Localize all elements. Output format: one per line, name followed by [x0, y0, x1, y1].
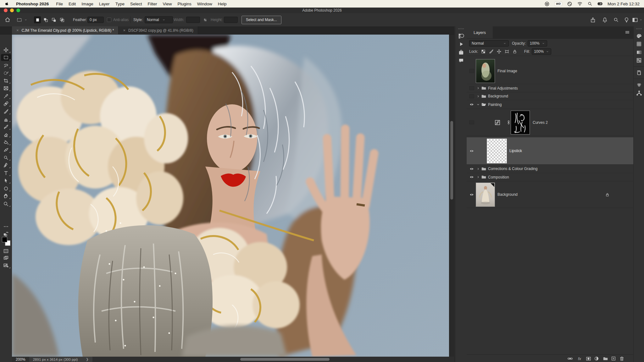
paths-panel-button[interactable] [635, 89, 643, 97]
edit-toolbar-button[interactable] [1, 223, 11, 230]
layer-mask-thumbnail[interactable] [511, 111, 530, 134]
apple-menu-icon[interactable] [4, 1, 9, 7]
chevron-down-icon[interactable] [476, 103, 480, 106]
mask-link-icon[interactable] [506, 120, 511, 125]
group-name[interactable]: Composition [488, 175, 509, 179]
swap-colors-button[interactable] [1, 230, 11, 237]
chevron-right-icon[interactable] [476, 167, 480, 171]
comments-panel-button[interactable] [457, 56, 465, 64]
layer-thumbnail[interactable] [476, 183, 495, 207]
notes-panel-button[interactable] [457, 48, 465, 56]
visibility-toggle[interactable] [469, 102, 475, 107]
group-name[interactable]: Final Adjustments [488, 86, 518, 90]
group-row-final-adjustments[interactable]: Final Adjustments [467, 84, 633, 92]
close-icon[interactable]: × [16, 28, 19, 33]
chevron-right-icon[interactable] [476, 95, 480, 98]
new-selection-mode-button[interactable] [34, 16, 41, 23]
home-icon[interactable] [4, 17, 11, 23]
lightbulb-icon[interactable] [624, 17, 630, 23]
gradients-panel-button[interactable] [635, 48, 643, 56]
new-group-button[interactable] [602, 355, 609, 362]
drag-grip[interactable] [458, 28, 464, 29]
vertical-scrollbar-thumb[interactable] [450, 121, 453, 200]
layers-panel-tab[interactable]: Layers [467, 26, 493, 38]
intersect-selection-mode-button[interactable] [58, 16, 65, 23]
swatches-panel-button[interactable] [635, 40, 643, 48]
group-row-corrections-colour-grading[interactable]: Corrections & Colour Grading [467, 165, 633, 173]
layer-row-final-image[interactable]: Final Image [467, 58, 633, 84]
eyedropper-tool-button[interactable] [1, 93, 11, 100]
style-dropdown[interactable]: Normal [145, 16, 173, 23]
chevron-down-icon[interactable] [24, 18, 27, 21]
smudge-tool-button[interactable] [1, 146, 11, 153]
antialias-checkbox[interactable] [107, 18, 111, 22]
delete-layer-button[interactable] [618, 355, 625, 362]
visibility-toggle[interactable] [469, 69, 475, 73]
layer-style-button[interactable]: fx [576, 355, 583, 362]
group-row-painting[interactable]: Painting [467, 100, 633, 109]
layer-name[interactable]: Background [497, 192, 518, 197]
ellipse-tool-button[interactable] [1, 185, 11, 192]
layer-thumbnail[interactable] [476, 59, 495, 83]
layer-thumbnail[interactable] [487, 139, 507, 163]
healing-brush-tool-button[interactable] [1, 100, 11, 107]
blend-mode-dropdown[interactable]: Normal [469, 40, 509, 47]
quick-mask-button[interactable] [1, 248, 11, 255]
group-name[interactable]: Corrections & Colour Grading [488, 167, 537, 171]
pen-tool-button[interactable] [1, 162, 11, 169]
close-icon[interactable]: × [123, 28, 125, 33]
curves-adjustment-icon[interactable] [494, 119, 501, 126]
visibility-toggle[interactable] [469, 86, 475, 90]
history-panel-button[interactable] [457, 32, 465, 40]
menu-bar-clock[interactable]: Mon 2 Feb 12:32 [608, 2, 640, 6]
menu-window[interactable]: Window [194, 2, 215, 6]
history-brush-tool-button[interactable] [1, 123, 11, 130]
crop-tool-button[interactable] [1, 77, 11, 84]
group-row-composition[interactable]: Composition [467, 173, 633, 181]
wd-badge[interactable]: WD [554, 2, 562, 6]
menu-plugins[interactable]: Plugins [175, 2, 194, 6]
visibility-toggle[interactable] [469, 149, 475, 153]
visibility-toggle[interactable] [469, 192, 475, 197]
rectangular-marquee-tool-button[interactable] [1, 54, 11, 61]
foreground-color-swatch[interactable] [2, 237, 7, 242]
path-selection-tool-button[interactable] [1, 177, 11, 184]
adjustments-panel-button[interactable] [635, 56, 643, 64]
canvas-vertical-scrollbar[interactable] [449, 35, 454, 357]
zoom-tool-button[interactable] [1, 200, 11, 207]
frame-tool-button[interactable] [1, 85, 11, 92]
chevron-right-icon[interactable] [476, 86, 480, 90]
hand-tool-button[interactable] [1, 193, 11, 200]
menu-select[interactable]: Select [127, 2, 145, 6]
menu-view[interactable]: View [160, 2, 175, 6]
w-circle-icon[interactable] [544, 1, 550, 7]
chevron-right-icon[interactable]: ❯ [86, 358, 88, 361]
select-and-mask-button[interactable]: Select and Mask... [242, 16, 281, 24]
chevron-right-icon[interactable] [476, 175, 480, 179]
lock-position-icon[interactable] [497, 49, 502, 54]
group-name[interactable]: Painting [488, 102, 502, 107]
search-icon[interactable] [613, 17, 619, 23]
eraser-tool-button[interactable] [1, 131, 11, 138]
lock-pixels-icon[interactable] [489, 49, 494, 54]
opacity-value-box[interactable]: 100% [528, 40, 547, 47]
clone-stamp-tool-button[interactable] [1, 116, 11, 123]
group-row-background[interactable]: Background [467, 92, 633, 100]
tab-cjm-the-emerald-city[interactable]: × CJM The Emerald City.psd @ 200% (Lipst… [12, 26, 119, 34]
creative-cloud-icon[interactable] [567, 1, 572, 7]
link-layers-button[interactable] [567, 355, 574, 362]
move-tool-button[interactable] [1, 47, 11, 53]
fill-value-box[interactable]: 100% [532, 48, 551, 55]
workspace-icon[interactable] [632, 17, 638, 23]
layer-name[interactable]: Lipstick [509, 149, 522, 153]
type-tool-button[interactable] [1, 170, 11, 177]
screen-mode-button[interactable] [1, 255, 11, 261]
brush-tool-button[interactable] [1, 108, 11, 115]
share-icon[interactable] [590, 17, 596, 23]
layer-name[interactable]: Curves 2 [533, 120, 548, 125]
group-name[interactable]: Background [488, 94, 508, 98]
add-to-selection-mode-button[interactable] [42, 16, 49, 23]
width-input[interactable] [186, 17, 200, 23]
layer-row-lipstick[interactable]: Lipstick [467, 137, 633, 165]
libraries-panel-button[interactable] [635, 69, 643, 77]
